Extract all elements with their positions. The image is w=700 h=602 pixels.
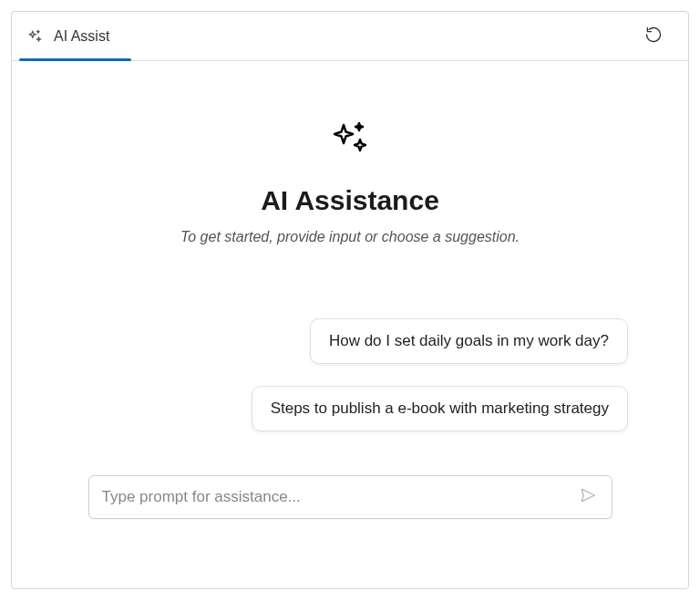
refresh-icon (644, 26, 663, 47)
send-button[interactable] (573, 483, 602, 512)
sparkle-icon (26, 28, 43, 45)
prompt-input[interactable] (102, 488, 573, 506)
ai-assist-panel: AI Assist AI Assistance To get started, … (11, 11, 689, 589)
tab-ai-assist[interactable]: AI Assist (12, 12, 124, 60)
prompt-input-row (88, 475, 612, 519)
sparkle-hero-icon (328, 116, 372, 160)
suggestion-item[interactable]: How do I set daily goals in my work day? (310, 318, 628, 364)
content-area: AI Assistance To get started, provide in… (12, 61, 688, 588)
page-subtitle: To get started, provide input or choose … (180, 229, 520, 245)
refresh-button[interactable] (637, 20, 670, 53)
suggestions-list: How do I set daily goals in my work day?… (48, 318, 652, 431)
tab-bar: AI Assist (12, 12, 688, 61)
send-icon (579, 486, 597, 508)
suggestion-item[interactable]: Steps to publish a e-book with marketing… (252, 386, 628, 431)
page-title: AI Assistance (261, 185, 439, 216)
tab-label: AI Assist (54, 28, 109, 45)
